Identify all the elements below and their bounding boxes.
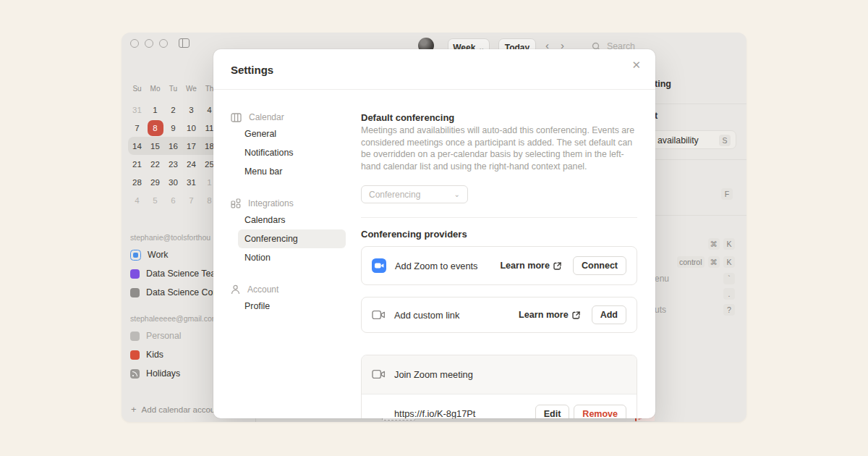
day-header: Mo: [146, 85, 164, 93]
key-badge: ⌘: [708, 238, 720, 250]
calendar-day[interactable]: 10: [182, 119, 200, 137]
settings-modal: Settings ✕ Calendar General Notificati: [213, 49, 655, 418]
sidebar-item-notifications[interactable]: Notifications: [238, 143, 346, 162]
sidebar-item-notion[interactable]: Notion: [238, 248, 346, 267]
mini-calendar-day-headers: SuMoTuWeTh: [128, 85, 218, 93]
provider-card-zoom: Add Zoom to events Learn more Connect: [361, 246, 637, 285]
traffic-light-minimize-icon[interactable]: [145, 39, 153, 48]
calendar-color-swatch: [130, 269, 140, 279]
calendar-day[interactable]: 28: [128, 173, 146, 191]
external-link-icon: [553, 262, 561, 270]
calendar-day[interactable]: 21: [128, 155, 146, 173]
add-calendar-account-label: Add calendar account: [142, 405, 222, 414]
camera-icon: [372, 310, 386, 320]
calendar-day[interactable]: 3: [182, 101, 200, 119]
sidebar-item-general[interactable]: General: [238, 124, 346, 143]
calendar-day-today[interactable]: 8: [148, 120, 163, 136]
shortcut-label-fragment: enu: [655, 274, 669, 284]
traffic-light-close-icon[interactable]: [130, 39, 139, 48]
right-panel-heading-fragment: ting: [655, 79, 671, 89]
calendar-color-swatch: [130, 332, 140, 341]
calendar-color-swatch: [130, 250, 141, 261]
window-controls: [130, 38, 190, 48]
divider: [361, 217, 637, 218]
sidebar-section-calendar: Calendar General Notifications Menu bar: [231, 110, 351, 181]
key-badge: ⌘: [708, 256, 720, 268]
add-button[interactable]: Add: [592, 305, 626, 324]
calendar-day[interactable]: 15: [146, 137, 164, 155]
shortcut-row: ⌘K: [655, 238, 735, 250]
integrations-icon: [231, 198, 241, 208]
day-header: Su: [128, 85, 146, 93]
custom-link-card-header: Join Zoom meeting: [362, 355, 637, 394]
calendar-day[interactable]: 31: [182, 173, 200, 191]
key-badge: control: [677, 256, 705, 268]
calendar-day[interactable]: 5: [146, 191, 164, 209]
sidebar-item-menu-bar[interactable]: Menu bar: [238, 162, 346, 181]
section-label-integrations: Integrations: [231, 196, 351, 211]
learn-more-link[interactable]: Learn more: [519, 310, 580, 320]
external-link-icon: [572, 311, 580, 319]
key-badge: ?: [723, 304, 735, 316]
provider-name: Add custom link: [394, 310, 459, 321]
calendar-day[interactable]: 31: [128, 101, 146, 119]
calendar-name: Personal: [146, 331, 182, 341]
provider-card-custom-link: Add custom link Learn more Add: [361, 297, 637, 333]
calendar-day[interactable]: 23: [164, 155, 182, 173]
key-badge-f: F: [721, 188, 733, 200]
calendar-name: Work: [148, 250, 168, 260]
calendar-name: Holidays: [146, 368, 180, 379]
calendar-day[interactable]: 22: [146, 155, 164, 173]
calendar-app-window: SuMoTuWeTh 31123478910111415161718212223…: [122, 33, 746, 422]
shortcut-row: uts?: [655, 304, 735, 316]
key-badge: `: [723, 273, 735, 284]
sidebar-section-integrations: Integrations Calendars Conferencing Noti…: [231, 196, 351, 267]
key-badge-s: S: [719, 135, 731, 146]
conferencing-select-value: Conferencing: [369, 190, 420, 200]
add-calendar-account-button[interactable]: + Add calendar account: [131, 405, 222, 414]
sidebar-toggle-icon[interactable]: [179, 38, 190, 48]
settings-content: Default conferencing Meetings and availa…: [361, 49, 637, 418]
key-badge: K: [723, 256, 735, 268]
provider-name: Add Zoom to events: [395, 261, 478, 271]
calendar-day[interactable]: 1: [146, 101, 164, 119]
learn-more-link[interactable]: Learn more: [500, 261, 561, 271]
sidebar-item-conferencing[interactable]: Conferencing: [238, 229, 346, 248]
edit-button[interactable]: Edit: [535, 405, 570, 418]
shortcut-row: .: [655, 288, 735, 300]
calendar-day[interactable]: 24: [182, 155, 200, 173]
calendar-name: Kids: [146, 350, 163, 360]
calendar-day[interactable]: 29: [146, 173, 164, 191]
camera-icon: [372, 369, 386, 379]
connect-button[interactable]: Connect: [573, 256, 626, 275]
availability-label-fragment: availability: [658, 135, 699, 145]
chevron-down-icon: ⌄: [454, 190, 460, 198]
key-badge: K: [723, 238, 735, 250]
calendar-color-swatch: [130, 350, 140, 360]
section-label-account: Account: [231, 282, 351, 297]
remove-button[interactable]: Remove: [574, 405, 626, 418]
calendar-day[interactable]: 30: [164, 173, 182, 191]
custom-link-row: https://f.io/K-8g17Pt Edit Remove: [362, 394, 637, 418]
traffic-light-zoom-icon[interactable]: [159, 39, 168, 48]
sidebar-item-calendars[interactable]: Calendars: [238, 211, 346, 229]
calendar-day[interactable]: 4: [128, 191, 146, 209]
calendar-day[interactable]: 17: [182, 137, 200, 155]
custom-link-title: Join Zoom meeting: [394, 369, 473, 380]
sidebar-item-profile[interactable]: Profile: [238, 297, 346, 316]
default-conferencing-description: Meetings and availabilities will auto-ad…: [361, 124, 637, 172]
desktop-background: SuMoTuWeTh 31123478910111415161718212223…: [0, 0, 868, 456]
calendar-day[interactable]: 2: [164, 101, 182, 119]
calendar-day[interactable]: 7: [182, 191, 200, 209]
shortcut-label-fragment: uts: [655, 305, 666, 315]
modal-title: Settings: [231, 64, 273, 76]
calendar-day[interactable]: 9: [164, 119, 182, 137]
calendar-day[interactable]: 14: [128, 137, 146, 155]
calendar-day[interactable]: 6: [164, 191, 182, 209]
day-header: Tu: [164, 85, 182, 93]
calendar-day[interactable]: 16: [164, 137, 182, 155]
settings-sidebar: Calendar General Notifications Menu bar: [231, 110, 351, 331]
conferencing-select[interactable]: Conferencing ⌄: [361, 185, 468, 203]
calendar-day[interactable]: 7: [128, 119, 146, 137]
key-badge: .: [723, 288, 735, 300]
